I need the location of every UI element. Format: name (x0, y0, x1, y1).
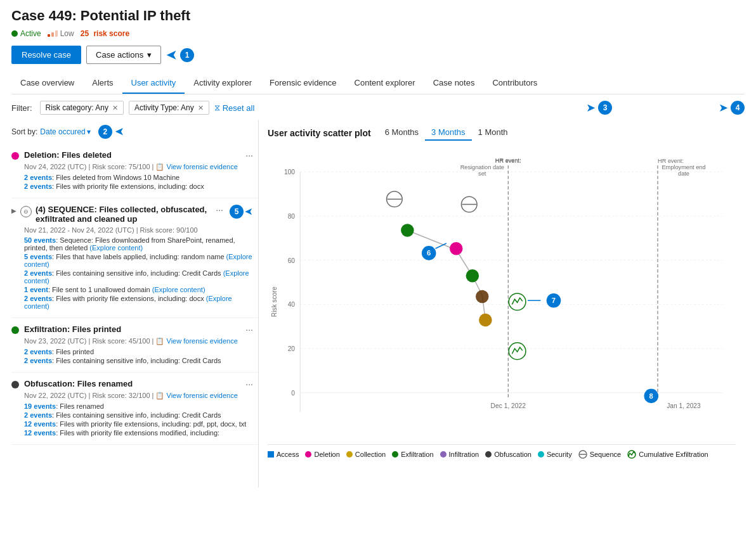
legend-cumulative-exfiltration: Cumulative Exfiltration (627, 450, 708, 459)
exfiltration-title: Exfiltration: Files printed (24, 324, 240, 334)
legend-exfiltration-icon (392, 451, 398, 458)
seq-event-4: 1 event: File sent to 1 unallowed domain… (24, 286, 253, 293)
deletion-event-1: 2 events: Files deleted from Windows 10 … (24, 174, 253, 181)
svg-text:0: 0 (291, 390, 295, 397)
legend-sequence: Sequence (578, 450, 622, 459)
sequence-more[interactable]: ··· (216, 205, 223, 215)
risk-score: 25 risk score (81, 29, 132, 38)
sequence-expand[interactable]: ▶ (11, 207, 16, 214)
obfuscation-forensic-link[interactable]: 📋 View forensic evidence (155, 392, 237, 399)
svg-text:6: 6 (427, 249, 431, 257)
obfuscation-title: Obfuscation: Files renamed (24, 379, 240, 388)
activity-header-deletion: Deletion: Files deleted ··· (11, 150, 253, 160)
legend-obfuscation-icon (485, 451, 492, 458)
obfuscation-more[interactable]: ··· (245, 379, 253, 389)
deletion-meta: Nov 24, 2022 (UTC) | Risk score: 75/100 … (24, 163, 253, 171)
arrow2-icon: ➤ (115, 125, 124, 139)
activity-item-obfuscation: Obfuscation: Files renamed ··· Nov 22, 2… (11, 373, 258, 445)
sequence-meta: Nov 21, 2022 - Nov 24, 2022 (UTC) | Risk… (24, 226, 253, 234)
main-content: Sort by: Date occured ▾ 2 ➤ Deletion: Fi… (11, 120, 745, 487)
seq-explore-5[interactable]: (Explore content) (24, 295, 232, 310)
sequence-icon: ⊖ (20, 206, 32, 217)
svg-text:Dec 1, 2022: Dec 1, 2022 (491, 402, 526, 409)
tab-contributors[interactable]: Contributors (483, 73, 546, 94)
filter-chip-activity-label: Activity Type: Any (134, 103, 194, 112)
seq-explore-4[interactable]: (Explore content) (152, 286, 205, 293)
seq-explore-1[interactable]: (Explore content) (89, 244, 143, 252)
tab-user-activity[interactable]: User activity (122, 73, 185, 94)
reset-all-label: Reset all (223, 103, 255, 113)
reset-all-button[interactable]: ⧖ Reset all (214, 103, 255, 113)
svg-point-32 (450, 242, 463, 255)
navigation-tabs: Case overview Alerts User activity Activ… (11, 73, 745, 94)
scatter-title: User activity scatter plot (268, 128, 371, 138)
action-buttons: Resolve case Case actions ▾ ➤ 1 (11, 46, 745, 64)
obfusc-event-2: 2 events: Files containing sensitive inf… (24, 411, 253, 419)
cumulative-exfil-icon-2 (509, 343, 526, 360)
time-tab-6months[interactable]: 6 Months (379, 125, 425, 141)
tab-alerts[interactable]: Alerts (83, 73, 122, 94)
exfiltration-forensic-link[interactable]: 📋 View forensic evidence (155, 337, 237, 345)
page-title: Case 449: Potential IP theft (11, 8, 745, 24)
legend-infiltration-label: Infiltration (449, 451, 479, 458)
seq-event-3: 2 events: Files containing sensitive inf… (24, 269, 253, 285)
activity-item-deletion: Deletion: Files deleted ··· Nov 24, 2022… (11, 144, 258, 198)
svg-text:HR event:: HR event: (495, 158, 521, 164)
tab-content-explorer[interactable]: Content explorer (346, 73, 424, 94)
svg-text:set: set (478, 170, 486, 177)
legend-collection-icon (346, 451, 353, 458)
chevron-down-icon: ▾ (147, 50, 152, 60)
legend-cumulative-exfiltration-label: Cumulative Exfiltration (639, 451, 708, 458)
svg-point-35 (479, 314, 492, 327)
obfuscation-dot (11, 381, 19, 388)
bar1 (48, 34, 50, 37)
case-actions-button[interactable]: Case actions ▾ (86, 46, 161, 64)
tab-case-overview[interactable]: Case overview (11, 73, 83, 94)
legend-access: Access (268, 451, 299, 458)
deletion-more[interactable]: ··· (245, 150, 253, 160)
deletion-forensic-link[interactable]: 📋 View forensic evidence (155, 163, 237, 170)
exfiltration-header: Exfiltration: Files printed ··· (11, 324, 253, 335)
annotation-badge-2: 2 (98, 125, 112, 139)
legend-exfiltration-label: Exfiltration (401, 451, 433, 458)
active-dot (11, 30, 18, 37)
seq-explore-3[interactable]: (Explore content) (24, 269, 249, 285)
annotation-badge-3: 3 (598, 101, 612, 115)
svg-text:7: 7 (552, 297, 556, 304)
legend-sequence-icon (578, 450, 587, 459)
exfiltration-dot (11, 326, 19, 334)
annotation-badge-1: 1 (180, 48, 194, 62)
time-tab-3months[interactable]: 3 Months (425, 125, 471, 141)
activity-item-exfiltration: Exfiltration: Files printed ··· Nov 23, … (11, 318, 258, 373)
tab-forensic-evidence[interactable]: Forensic evidence (261, 73, 346, 94)
annotation-1-container: ➤ 1 (166, 46, 194, 64)
case-actions-label: Case actions (96, 50, 143, 60)
annotation-3-container: ➤ 3 (586, 101, 612, 115)
risk-score-label: risk score (93, 29, 129, 38)
time-tab-1month[interactable]: 1 Month (472, 125, 514, 141)
legend-collection: Collection (346, 451, 386, 458)
svg-point-34 (476, 290, 489, 304)
scatter-header: User activity scatter plot 6 Months 3 Mo… (268, 125, 736, 141)
deletion-dot (11, 152, 19, 160)
seq-explore-2[interactable]: (Explore content) (24, 253, 252, 268)
exfil-event-1: 2 events: Files printed (24, 348, 253, 355)
filter-chip-risk-clear[interactable]: ✕ (112, 104, 118, 112)
resolve-case-button[interactable]: Resolve case (11, 46, 81, 64)
filter-chip-activity-clear[interactable]: ✕ (198, 104, 204, 112)
risk-score-value: 25 (81, 29, 89, 38)
svg-text:60: 60 (288, 257, 296, 264)
exfiltration-more[interactable]: ··· (245, 324, 253, 335)
exfiltration-events: 2 events: Files printed 2 events: Files … (24, 348, 253, 364)
filter-label: Filter: (11, 103, 32, 113)
seq-event-2: 5 events: Files that have labels applied… (24, 253, 253, 268)
scatter-plot-panel: User activity scatter plot 6 Months 3 Mo… (259, 120, 745, 487)
tab-activity-explorer[interactable]: Activity explorer (185, 73, 261, 94)
sort-value[interactable]: Date occured ▾ (40, 127, 90, 136)
exfil-event-2: 2 events: Files containing sensitive inf… (24, 357, 253, 364)
legend-deletion-label: Deletion (314, 451, 339, 458)
filter-chip-risk[interactable]: Risk category: Any ✕ (40, 101, 124, 115)
tab-case-notes[interactable]: Case notes (424, 73, 484, 94)
filter-chip-activity[interactable]: Activity Type: Any ✕ (129, 101, 209, 115)
legend-security: Security (538, 451, 572, 458)
